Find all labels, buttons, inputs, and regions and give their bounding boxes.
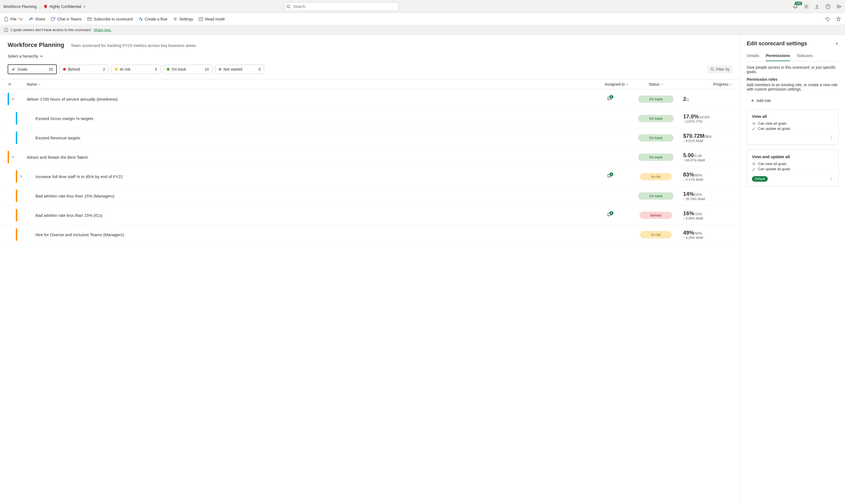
eye-icon xyxy=(752,162,756,166)
app-title: Workforce Planning xyxy=(3,4,40,9)
svg-rect-10 xyxy=(199,17,203,21)
accent-bar xyxy=(16,131,17,144)
col-assigned[interactable]: Assigned to xyxy=(605,82,629,87)
refresh-icon xyxy=(825,16,830,22)
scorecard-desc: Team scorecard for tracking FY23 metrics… xyxy=(71,43,196,48)
svg-point-5 xyxy=(840,6,841,7)
chevron-down-icon xyxy=(661,83,663,86)
help-button[interactable] xyxy=(825,4,831,9)
goal-row[interactable]: deliver 1700 hours of service annually (… xyxy=(0,89,740,109)
col-status[interactable]: Status xyxy=(649,82,663,87)
col-name[interactable]: Name xyxy=(27,82,591,87)
table-header: Name Assigned to Status Progress xyxy=(0,79,740,89)
col-progress[interactable]: Progress xyxy=(713,82,732,87)
subscribe-icon xyxy=(87,17,92,21)
comment-indicator[interactable]: 2 xyxy=(607,213,612,217)
flow-button[interactable]: Create a flow xyxy=(138,17,167,21)
goal-name: Exceed Revenue targets xyxy=(27,136,591,140)
expand-all-icon[interactable] xyxy=(7,82,27,87)
info-share-link[interactable]: Share now. xyxy=(94,28,111,32)
status-badge: Behind xyxy=(639,212,672,219)
progress-cell: 17.0%/14.6%↑ 3.87% YTD xyxy=(683,113,732,124)
role-more-button[interactable]: ⋮ xyxy=(829,136,833,140)
share-button[interactable]: Share xyxy=(29,17,45,21)
chevron-down-icon[interactable] xyxy=(11,97,15,101)
subscribe-button[interactable]: Subscribe to scorecard xyxy=(87,17,133,21)
svg-point-3 xyxy=(826,4,830,9)
read-icon xyxy=(198,17,203,21)
goal-row[interactable]: Exceed Gross margin % targetsOn track17.… xyxy=(0,109,740,128)
progress-cell: 2/2 xyxy=(683,96,732,102)
role-more-button[interactable]: ⋮ xyxy=(829,177,833,181)
default-badge: Default xyxy=(752,176,768,182)
download-button[interactable] xyxy=(814,4,820,9)
comment-indicator[interactable]: 2 xyxy=(607,96,612,101)
chevron-down-icon xyxy=(18,17,23,21)
progress-cell: 49%/50%↑ 4.26% MoM xyxy=(683,230,732,240)
filter-pill-not-started[interactable]: Not started0 xyxy=(215,65,264,74)
settings-button[interactable] xyxy=(804,4,809,9)
goals-body: deliver 1700 hours of service annually (… xyxy=(0,89,740,245)
hierarchy-dropdown[interactable]: Select a hierarchy xyxy=(7,54,43,58)
accent-bar xyxy=(16,228,17,241)
read-mode-button[interactable]: Read mode xyxy=(198,17,225,21)
progress-cell: $70.72M/$64.↓ 9.51% MoM xyxy=(683,133,732,143)
notification-badge: 119 xyxy=(795,2,802,5)
goal-row[interactable]: Hire for Diverse and Inclusive Teams (Ma… xyxy=(0,225,740,245)
goal-row[interactable]: Attract and Retain the Best TalentOn tra… xyxy=(0,147,740,167)
tab-statuses[interactable]: Statuses xyxy=(797,52,812,61)
goal-row[interactable]: Bad attrition rate less than 15% (Manage… xyxy=(0,186,740,205)
chat-teams-button[interactable]: Chat in Teams xyxy=(51,17,82,21)
settings-button-cmd[interactable]: Settings xyxy=(173,17,193,21)
notifications-button[interactable]: 119 xyxy=(793,4,798,9)
filter-pill-goals[interactable]: Goals15 xyxy=(7,65,57,74)
file-menu[interactable]: File xyxy=(4,17,23,21)
filter-pill-behind[interactable]: Behind2 xyxy=(59,65,109,74)
delta-text: ↑ 66.67% MoM xyxy=(683,159,732,162)
download-icon xyxy=(814,4,820,9)
role-card[interactable]: View allCan view all goalsCan update all… xyxy=(747,109,839,145)
filter-search[interactable]: Filter by xyxy=(708,66,732,73)
role-name: View all xyxy=(752,114,833,119)
svg-point-15 xyxy=(6,29,6,29)
share-tray-button[interactable] xyxy=(836,4,842,9)
close-panel-button[interactable]: ✕ xyxy=(835,41,839,46)
chevron-down-icon xyxy=(40,55,43,58)
progress-cell: 16%/15%↑ 9.99% MoM xyxy=(683,210,732,220)
chevron-down-icon[interactable] xyxy=(11,156,15,159)
search-icon xyxy=(286,4,291,9)
roles-sub: Add members to an existing role, or crea… xyxy=(747,83,839,91)
sensitivity-dropdown[interactable]: Highly Confidential xyxy=(43,4,86,9)
accent-bar xyxy=(16,190,17,202)
filter-row: Goals15Behind2At risk3On track10Not star… xyxy=(0,61,740,79)
goal-name: Bad attrition rate less than 15% (ICs) xyxy=(27,213,591,218)
goal-row[interactable]: Exceed Revenue targetsOn track$70.72M/$6… xyxy=(0,128,740,147)
delta-text: ↑ 9.99% MoM xyxy=(683,217,732,220)
goal-row[interactable]: Increase full time staff % to 85% by end… xyxy=(0,167,740,186)
comment-indicator[interactable]: 1 xyxy=(607,174,612,179)
info-bar: 2 goals owners don't have access to this… xyxy=(0,25,845,35)
search-input[interactable] xyxy=(284,2,399,11)
chevron-right-icon[interactable] xyxy=(19,175,23,178)
role-card[interactable]: View and update allCan view all goalsCan… xyxy=(747,150,839,186)
panel-title: Edit scorecard settings xyxy=(747,40,807,47)
sensitivity-label: Highly Confidential xyxy=(49,4,81,9)
people-icon xyxy=(836,4,842,9)
goal-row[interactable]: Bad attrition rate less than 15% (ICs)2B… xyxy=(0,205,740,225)
filter-pill-on-track[interactable]: On track10 xyxy=(163,65,212,74)
filter-pill-at-risk[interactable]: At risk3 xyxy=(111,65,160,74)
status-badge: On track xyxy=(638,95,673,103)
star-icon xyxy=(836,16,841,22)
svg-rect-8 xyxy=(88,18,91,20)
svg-point-7 xyxy=(54,18,55,19)
search-box xyxy=(284,2,399,11)
tab-permissions[interactable]: Permissions xyxy=(766,52,790,61)
favorite-button[interactable] xyxy=(836,16,841,22)
refresh-button[interactable] xyxy=(825,16,830,22)
goal-name: Bad attrition rate less than 15% (Manage… xyxy=(27,194,591,198)
gear-icon xyxy=(804,4,809,9)
delta-text: ↓ 9.51% MoM xyxy=(683,139,732,143)
tab-details[interactable]: Details xyxy=(747,52,759,61)
main: Workforce Planning Team scorecard for tr… xyxy=(0,35,845,504)
add-role-button[interactable]: Add role xyxy=(747,96,839,106)
